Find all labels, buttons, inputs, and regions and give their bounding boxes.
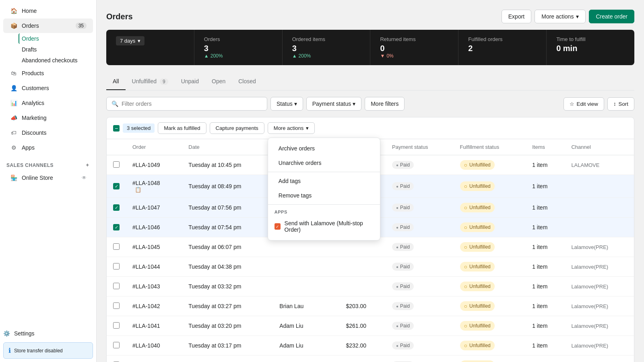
order-items-cell: 1 item bbox=[526, 277, 565, 296]
payment-status-filter-button[interactable]: Payment status ▾ bbox=[306, 97, 362, 111]
order-id-link[interactable]: #LLA-1043 bbox=[132, 283, 175, 290]
arrow-up-icon: ▲ bbox=[292, 53, 297, 59]
store-transfer-bar: ℹ Store transfer disabled bbox=[3, 342, 93, 359]
dropdown-item-unarchive[interactable]: Unarchive orders bbox=[268, 156, 380, 170]
order-id-cell: #LLA-1041 bbox=[126, 316, 182, 336]
create-order-button[interactable]: Create order bbox=[589, 10, 634, 23]
sidebar-item-analytics[interactable]: 📊 Analytics bbox=[3, 96, 93, 110]
stat-ordered-items-label: Ordered items bbox=[292, 36, 361, 42]
capture-payments-button[interactable]: Capture payments bbox=[210, 122, 264, 134]
subnav-item-drafts[interactable]: Drafts bbox=[19, 44, 96, 55]
order-items-cell: 1 item bbox=[526, 316, 565, 336]
payment-status-badge: Paid bbox=[392, 341, 414, 350]
row-checkbox[interactable] bbox=[113, 322, 120, 329]
order-id-link[interactable]: #LLA-1047 bbox=[132, 204, 175, 211]
sidebar-item-customers[interactable]: 👤 Customers bbox=[3, 81, 93, 95]
store-transfer-label: Store transfer disabled bbox=[14, 348, 63, 354]
fulfillment-status-badge: Unfulfilled bbox=[460, 203, 495, 212]
orders-badge: 35 bbox=[76, 23, 87, 29]
sidebar: 🏠 Home 📦 Orders 35 Orders Drafts Abandon… bbox=[0, 0, 97, 362]
search-input[interactable] bbox=[122, 101, 262, 107]
row-checkbox[interactable]: ✓ bbox=[113, 224, 120, 230]
order-id-link[interactable]: #LLA-1045 bbox=[132, 244, 175, 250]
apps-section-header: APPS bbox=[268, 206, 380, 216]
order-date-cell: Tuesday at 03:27 pm bbox=[182, 296, 273, 316]
tab-unfulfilled[interactable]: Unfulfilled 9 bbox=[126, 73, 175, 90]
order-payment-cell: Paid bbox=[386, 237, 454, 257]
sidebar-item-label: Marketing bbox=[22, 115, 46, 121]
fulfillment-status-badge: Unfulfilled bbox=[460, 242, 495, 252]
sidebar-item-discounts[interactable]: 🏷 Discounts bbox=[3, 125, 93, 140]
right-filter-actions: ☆ Edit view ↕ Sort bbox=[564, 97, 634, 111]
sort-button[interactable]: ↕ Sort bbox=[607, 97, 634, 111]
status-filter-button[interactable]: Status ▾ bbox=[270, 97, 303, 111]
sidebar-item-label: Orders bbox=[22, 23, 39, 29]
row-checkbox[interactable] bbox=[113, 161, 120, 168]
discounts-icon: 🏷 bbox=[10, 129, 18, 137]
order-id-link[interactable]: #LLA-1044 bbox=[132, 263, 175, 270]
main-content: Orders Export More actions ▾ Create orde… bbox=[97, 0, 644, 362]
channel-header: Channel bbox=[565, 139, 634, 155]
sidebar-item-label: Analytics bbox=[22, 100, 44, 106]
stat-orders: Orders 3 ▲ 200% bbox=[194, 30, 283, 65]
sidebar-item-marketing[interactable]: 📣 Marketing bbox=[3, 111, 93, 125]
sidebar-item-online-store[interactable]: 🏪 Online Store 👁 bbox=[3, 171, 93, 185]
date-filter-button[interactable]: 7 days ▾ bbox=[116, 36, 144, 45]
tab-unpaid[interactable]: Unpaid bbox=[175, 73, 205, 90]
row-checkbox[interactable]: ✓ bbox=[113, 204, 120, 211]
dropdown-item-add-tags[interactable]: Add tags bbox=[268, 174, 380, 188]
row-checkbox[interactable]: ✓ bbox=[113, 183, 120, 189]
table-row: #LLA-1044Tuesday at 04:38 pmPaidUnfulfil… bbox=[107, 257, 634, 277]
order-fulfillment-cell: Unfulfilled bbox=[454, 277, 526, 296]
row-checkbox[interactable] bbox=[113, 243, 120, 250]
order-id-link[interactable]: #LLA-1046 bbox=[132, 224, 175, 230]
tab-open[interactable]: Open bbox=[205, 73, 232, 90]
order-date-cell: Tuesday at 06:07 pm bbox=[182, 237, 273, 257]
dropdown-item-send-lalamove[interactable]: ✓ Send with Lalamove (Multi-stop Order) bbox=[268, 216, 380, 237]
row-checkbox[interactable] bbox=[113, 302, 120, 309]
order-id-link[interactable]: #LLA-1041 bbox=[132, 323, 175, 329]
order-id-link[interactable]: #LLA-1048 bbox=[132, 180, 175, 186]
row-checkbox[interactable] bbox=[113, 283, 120, 289]
export-button[interactable]: Export bbox=[502, 10, 531, 23]
stat-time-label: Time to fulfill bbox=[556, 36, 625, 42]
fulfillment-status-badge: Unfulfilled bbox=[460, 321, 495, 331]
sidebar-item-home[interactable]: 🏠 Home bbox=[3, 4, 93, 18]
stat-orders-value: 3 bbox=[204, 44, 272, 53]
more-filters-button[interactable]: More filters bbox=[365, 97, 405, 111]
sidebar-navigation: 🏠 Home 📦 Orders 35 Orders Drafts Abandon… bbox=[0, 0, 96, 328]
payment-status-badge: Paid bbox=[392, 322, 414, 330]
dropdown-item-archive[interactable]: Archive orders bbox=[268, 141, 380, 156]
sidebar-item-products[interactable]: 🛍 Products bbox=[3, 66, 93, 80]
dropdown-item-remove-tags[interactable]: Remove tags bbox=[268, 188, 380, 203]
mark-as-fulfilled-button[interactable]: Mark as fulfilled bbox=[158, 122, 206, 134]
table-more-actions-button[interactable]: More actions ▾ bbox=[268, 122, 315, 134]
row-checkbox[interactable] bbox=[113, 263, 120, 269]
tab-all[interactable]: All bbox=[106, 73, 126, 90]
order-id-link[interactable]: #LLA-1049 bbox=[132, 162, 175, 168]
order-customer-cell bbox=[273, 277, 339, 296]
sidebar-item-orders[interactable]: 📦 Orders 35 bbox=[3, 19, 93, 33]
subnav-item-orders[interactable]: Orders bbox=[19, 33, 96, 44]
online-store-visibility-icon[interactable]: 👁 bbox=[82, 175, 87, 181]
subnav-item-abandoned[interactable]: Abandoned checkouts bbox=[19, 55, 96, 66]
order-id-cell: #LLA-1042 bbox=[126, 296, 182, 316]
edit-view-button[interactable]: ☆ Edit view bbox=[564, 97, 604, 111]
more-actions-button[interactable]: More actions ▾ bbox=[535, 10, 586, 23]
table-row: #LLA-1043Tuesday at 03:32 pmPaidUnfulfil… bbox=[107, 277, 634, 296]
orders-table-container: − 3 selected Mark as fulfilled Capture p… bbox=[106, 117, 634, 362]
sidebar-item-apps[interactable]: ⚙ Apps bbox=[3, 140, 93, 155]
search-box[interactable]: 🔍 bbox=[106, 97, 267, 111]
stat-ordered-items-value: 3 bbox=[292, 44, 361, 53]
add-sales-channel-button[interactable]: ＋ bbox=[85, 162, 90, 169]
stat-orders-label: Orders bbox=[204, 36, 272, 42]
order-date-cell: Tuesday at 03:32 pm bbox=[182, 277, 273, 296]
row-checkbox[interactable] bbox=[113, 342, 120, 348]
tab-closed[interactable]: Closed bbox=[232, 73, 262, 90]
order-amount-cell: $203.00 bbox=[340, 296, 386, 316]
archive-orders-label: Archive orders bbox=[279, 145, 315, 152]
order-id-link[interactable]: #LLA-1040 bbox=[132, 342, 175, 349]
order-id-link[interactable]: #LLA-1042 bbox=[132, 303, 175, 309]
select-all-checkbox[interactable]: − bbox=[113, 125, 120, 132]
settings-item[interactable]: ⚙️ Settings bbox=[0, 328, 96, 339]
